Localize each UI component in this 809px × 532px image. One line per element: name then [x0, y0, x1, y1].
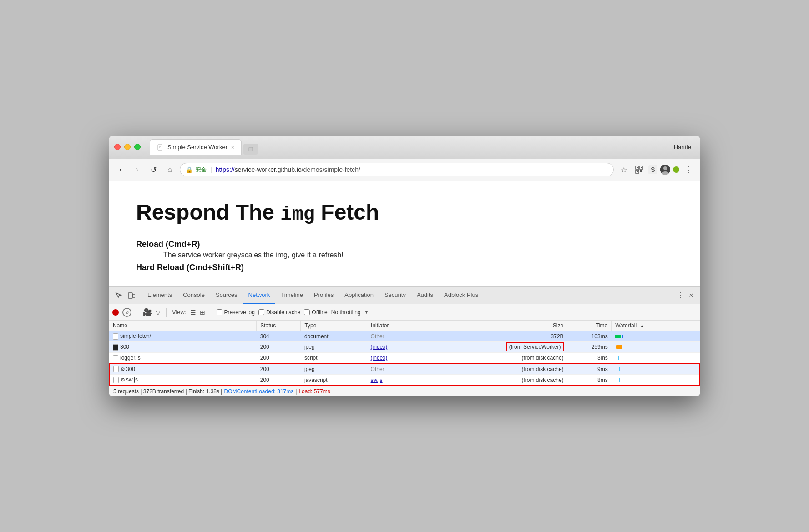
- tab-audits[interactable]: Audits: [411, 287, 439, 304]
- table-row[interactable]: logger.js200script(index)(from disk cach…: [109, 352, 700, 363]
- more-options-button[interactable]: ⋮: [675, 290, 686, 301]
- svg-rect-13: [640, 171, 641, 172]
- col-status[interactable]: Status: [257, 321, 301, 331]
- name-cell: ⚙sw.js: [109, 375, 257, 386]
- disable-cache-checkbox[interactable]: [258, 309, 264, 315]
- size-cell: 372B: [463, 331, 567, 342]
- time-cell: 259ms: [567, 341, 612, 352]
- view-list-button[interactable]: ☰: [190, 309, 196, 316]
- tab-timeline[interactable]: Timeline: [275, 287, 308, 304]
- qr-code-button[interactable]: [633, 163, 646, 176]
- inspect-element-button[interactable]: [112, 289, 125, 302]
- bookmark-star-button[interactable]: ☆: [617, 163, 630, 176]
- svg-rect-4: [249, 147, 253, 151]
- network-table: Name Status Type Initiator Size: [109, 321, 700, 386]
- svg-rect-19: [133, 294, 135, 297]
- tab-bar: Simple Service Worker ×: [150, 139, 695, 155]
- toolbar-separator2: [166, 308, 167, 317]
- offline-label[interactable]: Offline: [304, 309, 327, 316]
- tab-security[interactable]: Security: [379, 287, 411, 304]
- col-name[interactable]: Name: [109, 321, 257, 331]
- devtools-panel: Elements Console Sources Network Timelin…: [109, 286, 700, 396]
- sort-arrow: ▲: [640, 323, 644, 328]
- avatar: [660, 165, 670, 175]
- col-initiator[interactable]: Initiator: [367, 321, 463, 331]
- size-cell: (from disk cache): [463, 375, 567, 386]
- status-cell: 200: [257, 375, 301, 386]
- table-row[interactable]: 300200jpeg(index)(from ServiceWorker)259…: [109, 341, 700, 352]
- waterfall-bar: [618, 356, 619, 360]
- tab-console[interactable]: Console: [177, 287, 210, 304]
- reload-button[interactable]: ↺: [147, 163, 160, 176]
- svg-rect-0: [158, 145, 162, 150]
- tab-profiles[interactable]: Profiles: [308, 287, 339, 304]
- table-row[interactable]: simple-fetch/304documentOther372B103ms: [109, 331, 700, 342]
- document-icon: [157, 144, 164, 151]
- offline-checkbox[interactable]: [304, 309, 310, 315]
- devtools-close-button[interactable]: ×: [686, 290, 697, 301]
- clear-button[interactable]: ⊘: [122, 308, 131, 317]
- title-code: img: [280, 204, 315, 226]
- time-cell: 9ms: [567, 364, 612, 375]
- table-row[interactable]: ⚙sw.js200javascriptsw.js(from disk cache…: [109, 375, 700, 386]
- tab-separator: [140, 291, 140, 300]
- initiator-cell[interactable]: (index): [367, 352, 463, 363]
- subtitle1: Reload (Cmd+R): [136, 240, 673, 249]
- record-button[interactable]: [112, 309, 119, 316]
- sync-button[interactable]: S: [648, 165, 657, 174]
- svg-rect-22: [113, 355, 118, 361]
- fullscreen-traffic-light[interactable]: [134, 144, 141, 150]
- browser-tab[interactable]: Simple Service Worker ×: [150, 139, 242, 155]
- tab-elements[interactable]: Elements: [142, 287, 177, 304]
- menu-button[interactable]: ⋮: [682, 163, 695, 176]
- col-waterfall[interactable]: Waterfall ▲: [612, 321, 700, 331]
- name-cell: simple-fetch/: [109, 331, 257, 342]
- minimize-traffic-light[interactable]: [124, 144, 131, 150]
- status-indicator: [673, 166, 679, 173]
- svg-rect-24: [114, 377, 119, 383]
- initiator-cell[interactable]: (index): [367, 341, 463, 352]
- close-traffic-light[interactable]: [114, 144, 121, 150]
- waterfall-cell: [612, 375, 700, 386]
- preserve-log-checkbox[interactable]: [217, 309, 222, 315]
- status-separator: |: [295, 388, 297, 395]
- preserve-log-label[interactable]: Preserve log: [217, 309, 255, 316]
- initiator-cell[interactable]: sw.js: [367, 375, 463, 386]
- devtools-tab-bar: Elements Console Sources Network Timelin…: [109, 287, 700, 304]
- title-bar: Simple Service Worker × Harttle: [109, 136, 700, 159]
- col-size[interactable]: Size: [463, 321, 567, 331]
- svg-rect-23: [114, 366, 119, 372]
- col-type[interactable]: Type: [301, 321, 367, 331]
- title-text2: Fetch: [315, 200, 379, 224]
- screenshot-button[interactable]: 🎥: [143, 308, 152, 316]
- tab-network[interactable]: Network: [243, 287, 276, 304]
- requests-info: 5 requests | 372B transferred | Finish: …: [113, 388, 222, 395]
- view-group-button[interactable]: ⊞: [200, 309, 205, 316]
- table-header-row: Name Status Type Initiator Size: [109, 321, 700, 331]
- forward-button[interactable]: ›: [131, 163, 143, 176]
- waterfall-cell: [612, 341, 700, 352]
- address-bar[interactable]: 🔒 安全 | https://service-worker.github.io/…: [180, 163, 614, 176]
- status-cell: 200: [257, 364, 301, 375]
- new-tab-button[interactable]: [243, 144, 258, 155]
- waterfall-bar: [616, 345, 622, 349]
- tab-sources[interactable]: Sources: [210, 287, 243, 304]
- name-cell: 300: [109, 341, 257, 352]
- status-bar: 5 requests | 372B transferred | Finish: …: [109, 386, 700, 396]
- name-cell: ⚙300: [109, 364, 257, 375]
- filter-button[interactable]: ▽: [156, 309, 161, 316]
- throttle-label: No throttling: [331, 309, 361, 316]
- waterfall-bar: [619, 367, 620, 371]
- device-toolbar-button[interactable]: [125, 289, 138, 302]
- size-cell: (from ServiceWorker): [463, 341, 567, 352]
- disable-cache-label[interactable]: Disable cache: [258, 309, 300, 316]
- tab-application[interactable]: Application: [339, 287, 379, 304]
- table-row[interactable]: ⚙300200jpegOther(from disk cache)9ms: [109, 364, 700, 375]
- tab-close-button[interactable]: ×: [231, 145, 234, 150]
- back-button[interactable]: ‹: [114, 163, 127, 176]
- col-time[interactable]: Time: [567, 321, 612, 331]
- home-button[interactable]: ⌂: [163, 163, 176, 176]
- throttle-dropdown-icon[interactable]: ▼: [364, 310, 369, 315]
- tab-adblock[interactable]: Adblock Plus: [439, 287, 484, 304]
- time-cell: 103ms: [567, 331, 612, 342]
